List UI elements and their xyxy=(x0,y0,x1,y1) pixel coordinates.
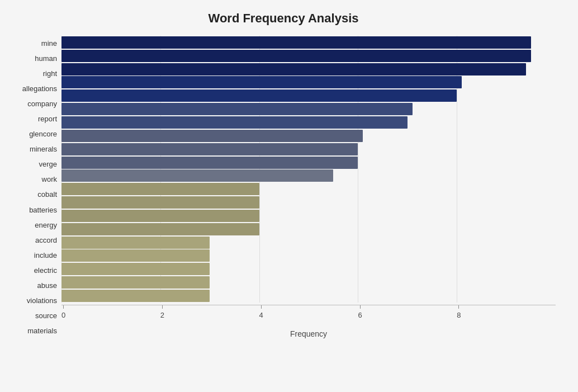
y-label: mine xyxy=(41,40,57,47)
bar-row xyxy=(61,156,556,169)
chart-area: minehumanrightallegationscompanyreportgl… xyxy=(11,36,556,338)
bars-section xyxy=(61,36,556,303)
y-label: materials xyxy=(27,327,57,334)
bar xyxy=(61,249,210,262)
bar xyxy=(61,290,210,302)
bar-row xyxy=(61,89,556,102)
y-label: minerals xyxy=(30,145,57,153)
bar xyxy=(61,237,210,249)
bar-row xyxy=(61,63,556,76)
x-tick-line xyxy=(458,305,459,309)
bar-row xyxy=(61,223,556,236)
y-label: include xyxy=(34,252,57,259)
bar xyxy=(61,89,457,102)
x-tick-line xyxy=(261,305,262,309)
y-label: verge xyxy=(39,160,57,168)
bar xyxy=(61,130,363,142)
y-label: allegations xyxy=(22,85,57,92)
bar xyxy=(61,76,462,88)
bar-row xyxy=(61,182,556,196)
x-tick-line xyxy=(360,305,361,309)
bar xyxy=(61,196,259,209)
x-tick: 2 xyxy=(160,305,164,319)
bar xyxy=(61,169,333,182)
bar-row xyxy=(61,76,556,89)
x-tick-line xyxy=(162,305,163,309)
bar-row xyxy=(61,262,556,276)
bar-row xyxy=(61,276,556,289)
bar xyxy=(61,210,259,222)
x-tick: 4 xyxy=(259,305,263,319)
bar xyxy=(61,143,358,155)
y-label: abuse xyxy=(37,282,57,289)
y-label: batteries xyxy=(29,206,57,214)
y-label: cobalt xyxy=(37,191,57,198)
bar xyxy=(61,223,259,235)
y-label: human xyxy=(35,55,57,62)
bar-row xyxy=(61,143,556,156)
x-tick-label: 2 xyxy=(160,311,164,319)
y-label: work xyxy=(42,176,57,183)
x-tick: 0 xyxy=(61,305,65,319)
x-tick-label: 8 xyxy=(457,311,461,319)
y-label: violations xyxy=(27,297,57,304)
bar-row xyxy=(61,102,556,116)
y-label: right xyxy=(43,70,57,77)
x-tick-label: 0 xyxy=(61,311,65,319)
bar xyxy=(61,50,531,62)
bar xyxy=(61,183,259,195)
bar xyxy=(61,157,358,169)
chart-title: Word Frequency Analysis xyxy=(11,11,556,26)
bar-row xyxy=(61,196,556,209)
x-axis-title: Frequency xyxy=(61,329,556,338)
bar-row xyxy=(61,49,556,63)
x-tick-label: 6 xyxy=(358,311,362,319)
bar-row xyxy=(61,289,556,303)
bar xyxy=(61,116,408,129)
x-tick-label: 4 xyxy=(259,311,263,319)
bar-row xyxy=(61,116,556,129)
y-label: company xyxy=(27,100,57,107)
bar xyxy=(61,63,526,75)
x-tick: 6 xyxy=(358,305,362,319)
bar-row xyxy=(61,209,556,223)
bar-row xyxy=(61,236,556,249)
y-label: electric xyxy=(34,267,57,274)
bars-and-x: 02468 Frequency xyxy=(61,36,556,338)
y-label: glencore xyxy=(29,130,57,138)
x-axis: 02468 xyxy=(61,305,556,327)
bar-row xyxy=(61,169,556,182)
chart-container: Word Frequency Analysis minehumanrightal… xyxy=(0,0,578,392)
bar-row xyxy=(61,129,556,143)
x-tick-line xyxy=(63,305,64,309)
y-label: accord xyxy=(35,237,57,244)
y-label: source xyxy=(35,312,57,319)
bar xyxy=(61,276,210,289)
bar xyxy=(61,263,210,275)
bar-row xyxy=(61,36,556,49)
bar xyxy=(61,36,531,49)
bar xyxy=(61,103,413,115)
y-label: energy xyxy=(35,221,57,229)
x-tick: 8 xyxy=(457,305,461,319)
bar-row xyxy=(61,249,556,263)
y-label: report xyxy=(38,115,57,122)
y-axis-labels: minehumanrightallegationscompanyreportgl… xyxy=(11,36,61,338)
